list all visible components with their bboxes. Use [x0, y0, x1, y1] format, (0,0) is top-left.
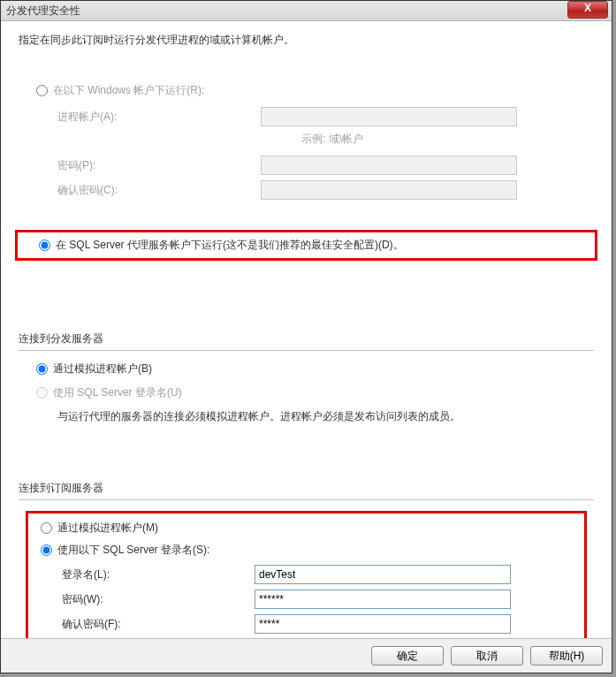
sub-password-input[interactable] — [255, 590, 511, 609]
subscriber-header: 连接到订阅服务器 — [19, 481, 594, 496]
subscriber-separator — [19, 499, 594, 500]
run-windows-radio-row: 在以下 Windows 帐户下运行(R): — [19, 83, 594, 98]
sub-impersonate-label: 通过模拟进程帐户(M) — [57, 521, 158, 536]
help-button[interactable]: 帮助(H) — [530, 646, 603, 666]
window-title: 分发代理安全性 — [6, 4, 80, 19]
dist-impersonate-radio[interactable] — [36, 363, 48, 375]
confirm-password-label: 确认密码(C): — [57, 183, 261, 198]
sub-confirm-input[interactable] — [255, 614, 511, 634]
run-sql-agent-radio[interactable] — [39, 240, 50, 251]
run-windows-radio[interactable] — [36, 85, 48, 96]
ok-button[interactable]: 确定 — [371, 646, 444, 666]
dist-sqllogin-label: 使用 SQL Server 登录名(U) — [53, 385, 182, 400]
dist-sqllogin-row: 使用 SQL Server 登录名(U) — [19, 385, 594, 400]
run-as-group: 在以下 Windows 帐户下运行(R): 进程帐户(A): 示例: 域\帐户 … — [19, 83, 594, 261]
run-windows-label: 在以下 Windows 帐户下运行(R): — [53, 83, 204, 98]
run-sql-agent-label: 在 SQL Server 代理服务帐户下运行(这不是我们推荐的最佳安全配置)(D… — [56, 238, 404, 253]
sub-sqllogin-radio[interactable] — [41, 544, 52, 556]
distributor-note: 与运行代理的服务器的连接必须模拟进程帐户。进程帐户必须是发布访问列表的成员。 — [57, 409, 594, 424]
sub-login-input[interactable] — [255, 565, 511, 584]
distributor-separator — [19, 350, 594, 351]
process-account-input — [261, 107, 517, 126]
example-hint: 示例: 域\帐户 — [301, 132, 594, 147]
sub-login-label: 登录名(L): — [62, 567, 255, 582]
highlight-sql-agent: 在 SQL Server 代理服务帐户下运行(这不是我们推荐的最佳安全配置)(D… — [15, 230, 597, 261]
sub-confirm-label: 确认密码(F): — [62, 617, 255, 632]
password-input — [261, 156, 517, 175]
cancel-button[interactable]: 取消 — [451, 646, 523, 666]
dialog-window: 分发代理安全性 X 指定在同步此订阅时运行分发代理进程的域或计算机帐户。 在以下… — [0, 0, 612, 673]
intro-text: 指定在同步此订阅时运行分发代理进程的域或计算机帐户。 — [19, 33, 594, 48]
sub-impersonate-radio[interactable] — [41, 522, 52, 534]
process-account-label: 进程帐户(A): — [57, 110, 261, 125]
windows-fields: 进程帐户(A): 示例: 域\帐户 密码(P): 确认密码(C): — [57, 107, 594, 200]
content-area: 指定在同步此订阅时运行分发代理进程的域或计算机帐户。 在以下 Windows 帐… — [1, 20, 612, 637]
titlebar: 分发代理安全性 X — [1, 1, 612, 21]
confirm-password-input — [261, 180, 517, 200]
sub-sqllogin-label: 使用以下 SQL Server 登录名(S): — [57, 543, 209, 558]
dist-sqllogin-radio — [36, 387, 48, 399]
password-label: 密码(P): — [57, 158, 261, 173]
close-button[interactable]: X — [567, 1, 608, 19]
sub-password-label: 密码(W): — [62, 592, 255, 607]
dist-impersonate-row: 通过模拟进程帐户(B) — [19, 361, 594, 377]
distributor-header: 连接到分发服务器 — [19, 331, 594, 346]
dist-impersonate-label: 通过模拟进程帐户(B) — [53, 361, 152, 377]
footer: 确定 取消 帮助(H) — [1, 638, 612, 673]
